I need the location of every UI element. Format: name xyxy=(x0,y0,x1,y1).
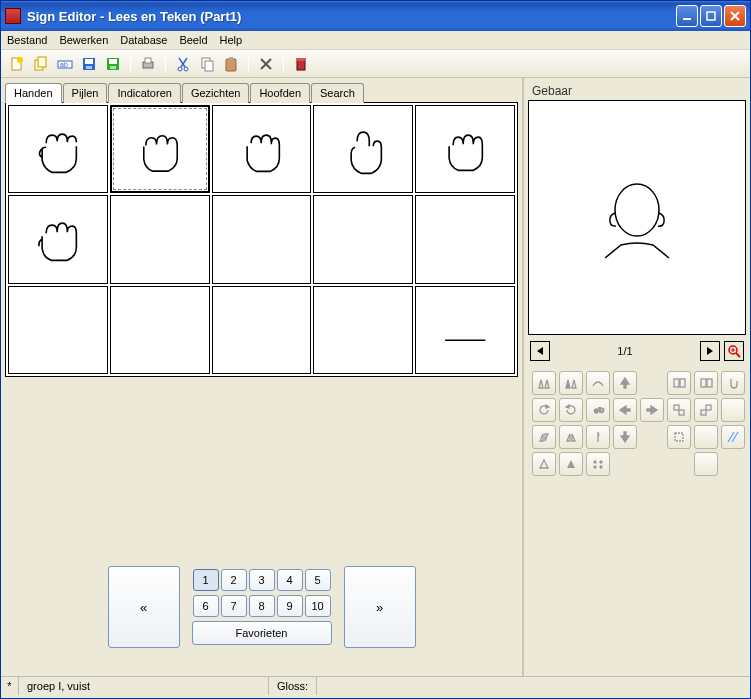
hand-symbol-icon[interactable] xyxy=(721,371,745,395)
page-7-button[interactable]: 7 xyxy=(221,595,247,617)
menu-beeld[interactable]: Beeld xyxy=(179,34,207,46)
svg-marker-41 xyxy=(572,380,576,388)
dup-right-icon[interactable] xyxy=(667,371,691,395)
svg-rect-29 xyxy=(296,58,306,61)
handshape-cell-empty[interactable] xyxy=(110,286,210,374)
svg-marker-42 xyxy=(621,378,629,388)
svg-point-68 xyxy=(594,466,596,468)
svg-marker-56 xyxy=(540,434,543,441)
mirror-tri-icon[interactable] xyxy=(532,425,556,449)
blank-tool-icon[interactable] xyxy=(721,398,745,422)
tab-strip: Handen Pijlen Indicatoren Gezichten Hoof… xyxy=(1,78,522,102)
trash-icon[interactable] xyxy=(291,54,311,74)
tri-up2-icon[interactable] xyxy=(559,452,583,476)
pager-next-button[interactable]: » xyxy=(344,566,416,648)
blank-tool-icon[interactable] xyxy=(694,425,718,449)
save-db-icon[interactable] xyxy=(103,54,123,74)
page-9-button[interactable]: 9 xyxy=(277,595,303,617)
copy-doc-icon[interactable] xyxy=(31,54,51,74)
paste-icon[interactable] xyxy=(221,54,241,74)
handshape-cell-empty[interactable] xyxy=(110,195,210,283)
flip-v-icon[interactable] xyxy=(559,371,583,395)
page-10-button[interactable]: 10 xyxy=(305,595,331,617)
rotate-ccw-icon[interactable] xyxy=(532,398,556,422)
cut-icon[interactable] xyxy=(173,54,193,74)
tri-up-icon[interactable] xyxy=(532,452,556,476)
page-8-button[interactable]: 8 xyxy=(249,595,275,617)
handshape-cell-empty[interactable] xyxy=(313,195,413,283)
gebaar-prev-button[interactable] xyxy=(530,341,550,361)
rename-icon[interactable]: ab xyxy=(55,54,75,74)
handshape-grid xyxy=(5,102,518,377)
tab-search[interactable]: Search xyxy=(311,83,364,103)
page-2-button[interactable]: 2 xyxy=(221,569,247,591)
svg-point-20 xyxy=(178,67,182,71)
new-doc-icon[interactable] xyxy=(7,54,27,74)
arrow-left-icon[interactable] xyxy=(613,398,637,422)
mirror-tri2-icon[interactable] xyxy=(559,425,583,449)
print-icon[interactable] xyxy=(138,54,158,74)
menu-help[interactable]: Help xyxy=(220,34,243,46)
svg-marker-64 xyxy=(540,460,548,468)
tab-pijlen[interactable]: Pijlen xyxy=(63,83,108,103)
toolbar-separator xyxy=(248,55,249,73)
maximize-button[interactable] xyxy=(700,5,722,27)
page-3-button[interactable]: 3 xyxy=(249,569,275,591)
handshape-cell[interactable] xyxy=(415,286,515,374)
handshape-cell[interactable] xyxy=(415,105,515,193)
dup-r2-icon[interactable] xyxy=(694,371,718,395)
half-icon[interactable] xyxy=(586,425,610,449)
right-pane: Gebaar 1/1 xyxy=(524,78,750,676)
menu-bewerken[interactable]: Bewerken xyxy=(59,34,108,46)
handshape-cell-empty[interactable] xyxy=(313,286,413,374)
flip-h-icon[interactable] xyxy=(532,371,556,395)
handshape-cell[interactable] xyxy=(8,195,108,283)
stack-right-icon[interactable] xyxy=(694,398,718,422)
arc-icon[interactable] xyxy=(586,371,610,395)
minimize-button[interactable] xyxy=(676,5,698,27)
tab-hoofden[interactable]: Hoofden xyxy=(250,83,310,103)
copy-icon[interactable] xyxy=(197,54,217,74)
diagonal-lines-icon[interactable] xyxy=(721,425,745,449)
arrow-down-icon[interactable] xyxy=(613,425,637,449)
tab-gezichten[interactable]: Gezichten xyxy=(182,83,250,103)
status-modified-indicator: * xyxy=(1,677,19,695)
handshape-cell-selected[interactable] xyxy=(110,105,210,193)
gebaar-next-button[interactable] xyxy=(700,341,720,361)
menu-bestand[interactable]: Bestand xyxy=(7,34,47,46)
close-button[interactable] xyxy=(724,5,746,27)
save-icon[interactable] xyxy=(79,54,99,74)
dots-icon[interactable] xyxy=(586,452,610,476)
gebaar-canvas[interactable] xyxy=(528,100,746,335)
tab-indicatoren[interactable]: Indicatoren xyxy=(108,83,180,103)
page-1-button[interactable]: 1 xyxy=(193,569,219,591)
delete-icon[interactable] xyxy=(256,54,276,74)
menu-database[interactable]: Database xyxy=(120,34,167,46)
stack-left-icon[interactable] xyxy=(667,398,691,422)
favorites-button[interactable]: Favorieten xyxy=(192,621,332,645)
bounds-icon[interactable] xyxy=(667,425,691,449)
svg-rect-44 xyxy=(680,379,685,387)
svg-marker-47 xyxy=(546,405,549,408)
pager-prev-button[interactable]: « xyxy=(108,566,180,648)
page-6-button[interactable]: 6 xyxy=(193,595,219,617)
rotate-cw-icon[interactable] xyxy=(559,398,583,422)
handshape-cell-empty[interactable] xyxy=(212,195,312,283)
handshape-cell-empty[interactable] xyxy=(8,286,108,374)
blank-tool-icon[interactable] xyxy=(694,452,718,476)
zoom-icon[interactable] xyxy=(724,341,744,361)
svg-rect-15 xyxy=(110,66,116,69)
arrow-up-icon[interactable] xyxy=(613,371,637,395)
page-5-button[interactable]: 5 xyxy=(305,569,331,591)
svg-point-31 xyxy=(615,184,659,236)
tab-handen[interactable]: Handen xyxy=(5,83,62,103)
rotate-east-icon[interactable]: e↻ xyxy=(586,398,610,422)
handshape-cell[interactable] xyxy=(313,105,413,193)
handshape-cell[interactable] xyxy=(8,105,108,193)
arrow-right-icon[interactable] xyxy=(640,398,664,422)
handshape-cell-empty[interactable] xyxy=(415,195,515,283)
page-4-button[interactable]: 4 xyxy=(277,569,303,591)
svg-marker-65 xyxy=(567,460,575,468)
handshape-cell-empty[interactable] xyxy=(212,286,312,374)
handshape-cell[interactable] xyxy=(212,105,312,193)
